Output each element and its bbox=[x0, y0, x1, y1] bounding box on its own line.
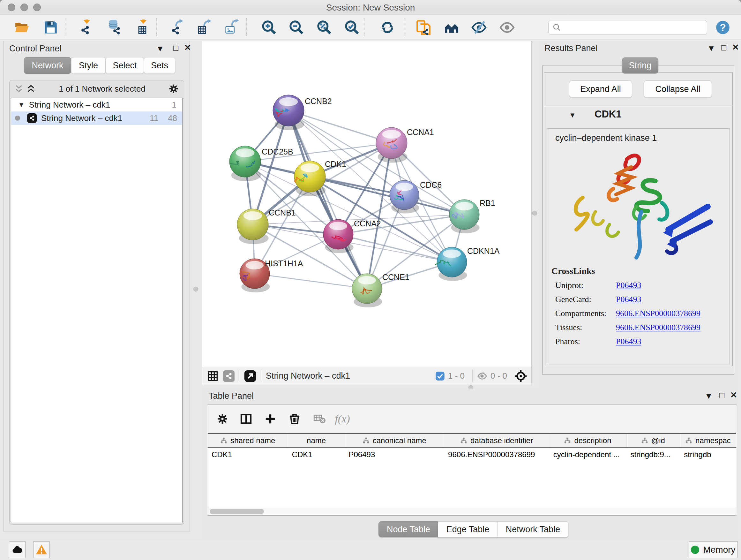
node-CDC6[interactable] bbox=[390, 180, 419, 213]
grid-view-icon[interactable] bbox=[207, 370, 219, 382]
control-panel-menu-button[interactable]: ▼ bbox=[156, 44, 164, 53]
crosslink-label: GeneCard: bbox=[555, 295, 616, 304]
tab-string-results[interactable]: String bbox=[622, 57, 658, 73]
results-panel-menu-button[interactable]: ▼ bbox=[707, 44, 716, 52]
save-session-button[interactable] bbox=[42, 19, 59, 36]
edge-CCNB2-CCNA1[interactable] bbox=[288, 111, 392, 143]
tab-network[interactable]: Network bbox=[24, 57, 71, 74]
network-collection-row[interactable]: ▼ String Network – cdk1 1 bbox=[11, 98, 182, 111]
section-collapse-arrow[interactable]: ▼ bbox=[569, 111, 576, 119]
table-cell[interactable]: P06493 bbox=[345, 448, 444, 461]
node-RB1[interactable] bbox=[449, 199, 480, 233]
zoom-fit-button[interactable] bbox=[316, 19, 333, 36]
delete-table-button[interactable] bbox=[311, 411, 328, 427]
refresh-layout-button[interactable] bbox=[379, 19, 396, 36]
control-panel-close-button[interactable]: ✕ bbox=[184, 44, 191, 52]
open-session-button[interactable] bbox=[13, 19, 30, 36]
column-header-shared-name[interactable]: shared name bbox=[208, 434, 288, 447]
string-network-graph[interactable]: CCNB2CCNA1CDC25BCDK1CDC6RB1CCNB1CCNA2CDK… bbox=[202, 41, 531, 367]
results-panel-close-button[interactable]: ✕ bbox=[732, 43, 739, 51]
table-cell[interactable]: stringdb:9... bbox=[626, 448, 680, 461]
node-CCNB2[interactable] bbox=[273, 95, 305, 130]
tab-network-table[interactable]: Network Table bbox=[497, 521, 569, 537]
node-CCNB1[interactable] bbox=[237, 209, 269, 244]
column-header-canonical-name[interactable]: canonical name bbox=[345, 434, 444, 447]
table-cell[interactable]: cyclin-dependent ... bbox=[549, 448, 627, 461]
column-header-namespac[interactable]: namespac bbox=[680, 434, 736, 447]
table-settings-button[interactable] bbox=[214, 411, 231, 427]
crosslink-link[interactable]: 9606.ENSP00000378699 bbox=[616, 323, 700, 332]
table-panel-close-button[interactable]: ✕ bbox=[730, 391, 737, 399]
help-button[interactable]: ? bbox=[714, 19, 731, 36]
memory-button[interactable]: Memory bbox=[689, 542, 738, 558]
node-CCNE1[interactable] bbox=[352, 273, 382, 307]
first-neighbors-button[interactable] bbox=[443, 19, 460, 36]
node-CDK1[interactable] bbox=[294, 161, 326, 196]
delete-column-button[interactable] bbox=[286, 411, 303, 427]
cloud-status-button[interactable] bbox=[9, 542, 25, 558]
column-header-database-identifier[interactable]: database identifier bbox=[444, 434, 549, 447]
detach-view-icon[interactable] bbox=[244, 370, 257, 382]
tab-style[interactable]: Style bbox=[71, 57, 106, 74]
table-cell[interactable]: CDK1 bbox=[208, 448, 288, 461]
add-column-button[interactable] bbox=[262, 411, 279, 427]
crosslink-link[interactable]: 9606.ENSP00000378699 bbox=[616, 309, 700, 318]
show-columns-button[interactable] bbox=[238, 411, 254, 427]
share-view-icon[interactable] bbox=[223, 370, 234, 382]
right-splitter-handle[interactable] bbox=[532, 211, 537, 215]
tab-sets[interactable]: Sets bbox=[144, 57, 175, 74]
export-table-button[interactable] bbox=[196, 19, 213, 36]
column-header-name[interactable]: name bbox=[288, 434, 345, 447]
tab-edge-table[interactable]: Edge Table bbox=[438, 521, 498, 537]
toolbar-separator bbox=[246, 18, 247, 36]
birds-eye-icon[interactable] bbox=[514, 369, 528, 383]
node-CDKN1A[interactable] bbox=[435, 247, 467, 281]
network-canvas[interactable]: CCNB2CCNA1CDC25BCDK1CDC6RB1CCNB1CCNA2CDK… bbox=[202, 41, 532, 367]
scrollbar-thumb[interactable] bbox=[210, 509, 264, 514]
table-cell[interactable]: CDK1 bbox=[288, 448, 345, 461]
tab-select[interactable]: Select bbox=[106, 57, 144, 74]
function-builder-button[interactable]: f(x) bbox=[334, 411, 351, 427]
node-CDC25B[interactable] bbox=[229, 146, 261, 181]
import-network-button[interactable] bbox=[78, 19, 96, 36]
hide-selected-button[interactable] bbox=[470, 19, 488, 36]
crosslink-link[interactable]: P06493 bbox=[616, 337, 641, 347]
edge-HIST1H1A-CCNE1[interactable] bbox=[255, 273, 367, 289]
show-all-button[interactable] bbox=[498, 19, 516, 36]
table-panel-float-button[interactable]: □ bbox=[719, 391, 724, 399]
collapse-all-icon[interactable] bbox=[14, 84, 23, 94]
tab-node-table[interactable]: Node Table bbox=[379, 521, 439, 537]
import-network-database-button[interactable] bbox=[106, 19, 123, 36]
table-horizontal-scrollbar[interactable] bbox=[208, 508, 736, 515]
zoom-in-button[interactable] bbox=[260, 19, 278, 36]
zoom-out-button[interactable] bbox=[288, 19, 305, 36]
expand-all-button[interactable]: Expand All bbox=[569, 80, 632, 98]
zoom-selected-button[interactable] bbox=[343, 19, 360, 36]
search-input[interactable] bbox=[564, 23, 702, 32]
column-header-description[interactable]: description bbox=[549, 434, 626, 447]
crosslink-link[interactable]: P06493 bbox=[616, 295, 641, 304]
collection-expand-arrow[interactable]: ▼ bbox=[18, 101, 24, 109]
table-row[interactable]: CDK1CDK1P064939606.ENSP00000378699cyclin… bbox=[208, 448, 736, 461]
import-table-button[interactable] bbox=[134, 19, 151, 36]
table-cell[interactable]: stringdb bbox=[680, 448, 736, 461]
table-panel-menu-button[interactable]: ▼ bbox=[704, 392, 713, 400]
gear-icon[interactable] bbox=[169, 84, 179, 94]
export-image-button[interactable] bbox=[224, 19, 241, 36]
expand-all-icon[interactable] bbox=[26, 84, 36, 94]
warning-status-button[interactable] bbox=[33, 542, 50, 558]
left-splitter-handle[interactable] bbox=[193, 287, 198, 292]
node-CCNA2[interactable] bbox=[323, 219, 354, 253]
control-panel-float-button[interactable]: □ bbox=[173, 44, 179, 52]
collapse-all-button[interactable]: Collapse All bbox=[644, 80, 712, 98]
table-cell[interactable]: 9606.ENSP00000378699 bbox=[444, 448, 549, 461]
node-CCNA1[interactable] bbox=[376, 127, 408, 163]
crosslink-label: Tissues: bbox=[555, 323, 616, 332]
network-row-selected[interactable]: String Network – cdk1 11 48 bbox=[11, 111, 182, 125]
column-header-@id[interactable]: @id bbox=[626, 434, 680, 447]
crosslink-link[interactable]: P06493 bbox=[616, 281, 641, 290]
selected-checkbox-icon[interactable] bbox=[435, 371, 445, 381]
copy-network-button[interactable] bbox=[414, 19, 432, 36]
results-panel-float-button[interactable]: □ bbox=[721, 44, 726, 52]
export-network-button[interactable] bbox=[169, 19, 186, 36]
